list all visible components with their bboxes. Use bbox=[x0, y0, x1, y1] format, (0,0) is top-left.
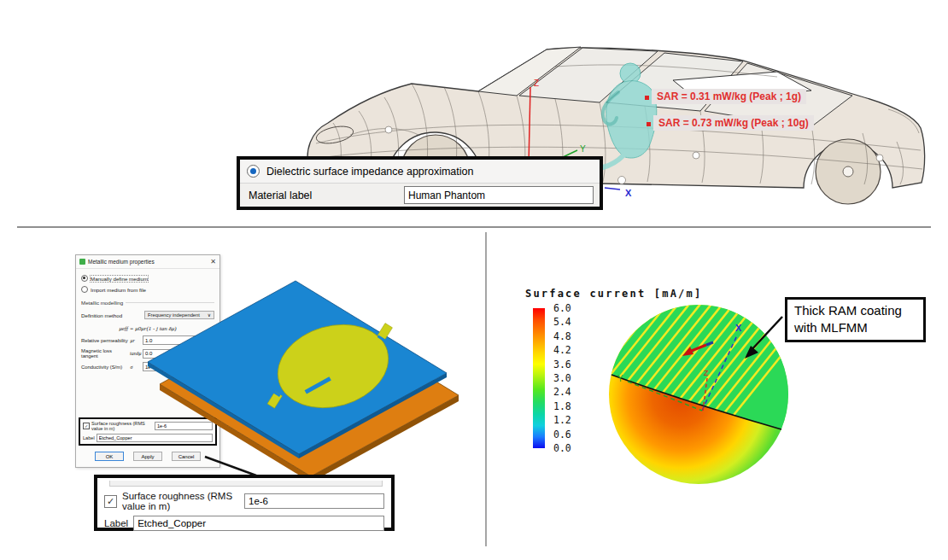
material-label-text: Material label bbox=[249, 190, 404, 201]
tick-label: 0.6 bbox=[553, 429, 571, 440]
dielectric-radio-button[interactable] bbox=[247, 165, 260, 178]
sphere-y-label: Y bbox=[617, 374, 623, 383]
tick-label: 6.0 bbox=[553, 302, 571, 314]
colorbar bbox=[533, 308, 545, 448]
surface-roughness-highlight-box: ✓ Surface roughness (RMS value in m) Lab… bbox=[79, 417, 217, 446]
horizontal-divider bbox=[17, 226, 931, 228]
callout-surface-roughness-checkbox[interactable]: ✓ bbox=[104, 495, 117, 508]
patch-tab-upper bbox=[377, 324, 392, 341]
dialog-title: Metallic medium properties bbox=[88, 259, 208, 265]
metallic-modelling-group-label: Metallic modelling bbox=[81, 300, 123, 306]
permeability-formula: μeff = μ0μr(1 - j tan δμ) bbox=[81, 325, 214, 332]
callout-surface-roughness-label: Surface roughness (RMS value in m) bbox=[122, 491, 239, 511]
label-field-input[interactable] bbox=[97, 434, 213, 442]
body-marker-2 bbox=[693, 152, 699, 159]
body-marker-1 bbox=[385, 126, 392, 133]
tick-label: 4.2 bbox=[553, 344, 571, 356]
rear-wheel-hub bbox=[843, 166, 853, 177]
ground-plane-side-right bbox=[311, 395, 459, 482]
callout-label-field-label: Label bbox=[104, 518, 128, 528]
y-axis-label: Y bbox=[580, 144, 586, 154]
dielectric-radio-row: Dielectric surface impedance approximati… bbox=[240, 160, 600, 184]
relative-permeability-input[interactable] bbox=[143, 335, 214, 345]
patch-notch-upper bbox=[377, 335, 387, 342]
vertical-divider bbox=[485, 232, 487, 546]
ram-coating-note: Thick RAM coating with MLFMM bbox=[785, 297, 926, 342]
definition-method-value: Frequency independent bbox=[148, 312, 200, 318]
close-icon[interactable]: ✕ bbox=[210, 259, 216, 265]
definition-method-dropdown[interactable]: Frequency independent ∨ bbox=[144, 311, 214, 319]
dielectric-radio-label: Dielectric surface impedance approximati… bbox=[266, 166, 473, 178]
tick-label: 1.8 bbox=[553, 400, 571, 412]
colorbar-ticks: 6.0 5.4 4.8 4.2 3.6 3.0 2.4 1.8 1.2 0.6 … bbox=[553, 302, 571, 454]
apply-button[interactable]: Apply bbox=[133, 452, 162, 461]
manually-define-radio[interactable] bbox=[81, 275, 88, 282]
relative-permeability-label: Relative permeability bbox=[81, 338, 129, 343]
tick-label: 4.8 bbox=[553, 330, 571, 342]
patch-tab-lower bbox=[267, 392, 282, 409]
material-label-row: Material label bbox=[240, 184, 600, 207]
circular-patch bbox=[268, 312, 399, 421]
sphere-z-label: Z bbox=[704, 369, 709, 377]
dielectric-impedance-panel: Dielectric surface impedance approximati… bbox=[237, 156, 603, 210]
dialog-buttons: OK Apply Cancel bbox=[76, 452, 219, 461]
tick-label: 0.0 bbox=[553, 442, 571, 454]
callout-clipped-groupbox bbox=[109, 481, 383, 487]
conductivity-input[interactable] bbox=[143, 362, 214, 371]
import-medium-radio[interactable] bbox=[81, 286, 88, 293]
page: Z Y X SAR = 0.31 mW/kg (Peak ; 1g) SAR =… bbox=[0, 0, 948, 560]
dialog-titlebar: Metallic medium properties ✕ bbox=[76, 255, 219, 269]
substrate-side-right bbox=[299, 373, 447, 458]
sphere-x-label: X bbox=[735, 323, 742, 333]
x-axis-line bbox=[605, 188, 620, 190]
tick-label: 3.0 bbox=[553, 372, 571, 384]
magnetic-loss-tangent-symbol: tanδμ bbox=[130, 351, 141, 356]
medium-icon bbox=[79, 259, 85, 265]
metallic-medium-dialog: Metallic medium properties ✕ Manually de… bbox=[75, 254, 220, 468]
tick-label: 2.4 bbox=[553, 386, 571, 398]
chevron-down-icon: ∨ bbox=[208, 312, 211, 318]
sar-annotation-10g: SAR = 0.73 mW/kg (Peak ; 10g) bbox=[653, 115, 814, 131]
magnetic-loss-tangent-input[interactable] bbox=[143, 349, 214, 359]
legend-title: Surface current [mA/m] bbox=[525, 288, 702, 300]
group-divider bbox=[126, 302, 214, 303]
surface-roughness-callout: ✓ Surface roughness (RMS value in m) Lab… bbox=[94, 475, 395, 531]
surface-roughness-checkbox[interactable]: ✓ bbox=[83, 423, 90, 429]
callout-label-field-input[interactable] bbox=[133, 516, 384, 531]
callout-surface-roughness-input[interactable] bbox=[244, 493, 384, 509]
z-axis-label: Z bbox=[534, 79, 539, 88]
sar-annotation-1g: SAR = 0.31 mW/kg (Peak ; 1g) bbox=[652, 89, 806, 104]
tick-label: 3.6 bbox=[553, 359, 571, 370]
manually-define-label: Manually define medium bbox=[91, 276, 148, 282]
label-field-label: Label bbox=[83, 435, 95, 440]
x-axis-label: X bbox=[625, 188, 632, 198]
patch-slit bbox=[305, 376, 331, 394]
conductivity-symbol: σ bbox=[131, 365, 141, 370]
material-label-input[interactable] bbox=[404, 186, 594, 204]
patch-notch-lower bbox=[272, 390, 281, 397]
tick-label: 1.2 bbox=[553, 414, 571, 426]
dialog-body: Manually define medium Import medium fro… bbox=[76, 269, 219, 466]
definition-method-label: Definition method bbox=[81, 312, 122, 318]
tick-label: 5.4 bbox=[553, 316, 571, 328]
cancel-button[interactable]: Cancel bbox=[172, 452, 201, 461]
surface-roughness-label: Surface roughness (RMS value in m) bbox=[91, 421, 153, 431]
port-marker bbox=[618, 177, 626, 184]
magnetic-loss-tangent-label: Magnetic loss tangent bbox=[81, 348, 128, 359]
conductivity-label: Conductivity (S/m) bbox=[81, 365, 129, 370]
relative-permeability-symbol: μr bbox=[131, 338, 141, 343]
body-marker-3 bbox=[876, 155, 883, 161]
ok-button[interactable]: OK bbox=[95, 452, 124, 461]
surface-roughness-input[interactable] bbox=[155, 422, 213, 430]
import-medium-label: Import medium from file bbox=[91, 287, 146, 293]
